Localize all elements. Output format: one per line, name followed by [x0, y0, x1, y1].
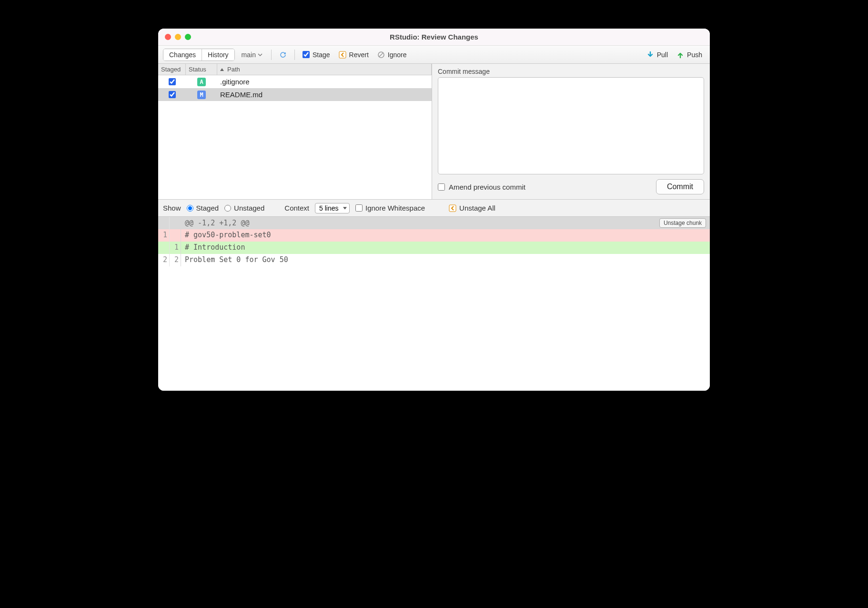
separator: [271, 50, 272, 60]
titlebar: RStudio: Review Changes: [158, 29, 710, 46]
ignore-whitespace-label: Ignore Whitespace: [365, 204, 425, 212]
new-lineno: 2: [170, 254, 181, 266]
tab-history[interactable]: History: [202, 49, 234, 61]
zoom-window-button[interactable]: [185, 34, 191, 40]
stage-label: Stage: [313, 51, 330, 59]
context-select-wrap: 5 lines: [315, 203, 350, 213]
pull-arrow-down-icon: [646, 51, 654, 59]
commit-message-label: Commit message: [438, 68, 704, 75]
middle-panes: Staged Status Path A.gitignoreMREADME.md…: [158, 64, 710, 200]
refresh-icon: [279, 51, 287, 59]
show-label: Show: [163, 204, 181, 212]
new-lineno: 1: [170, 242, 181, 254]
col-staged[interactable]: Staged: [158, 64, 186, 75]
ignore-button[interactable]: Ignore: [374, 50, 410, 60]
col-status[interactable]: Status: [186, 64, 217, 75]
file-path: .gitignore: [217, 78, 432, 86]
unstage-all-label: Unstage All: [459, 204, 495, 212]
col-path[interactable]: Path: [217, 64, 432, 75]
svg-rect-3: [449, 205, 456, 212]
show-staged-label: Staged: [196, 204, 219, 212]
revert-label: Revert: [349, 51, 369, 59]
revert-icon: [339, 51, 346, 59]
col-path-label: Path: [227, 66, 240, 73]
diff-text: # gov50-problem-set0: [181, 229, 710, 242]
diff-text: # Introduction: [181, 242, 710, 254]
diff-toolbar: Show Staged Unstaged Context 5 lines Ign…: [158, 200, 710, 217]
old-lineno: 2: [158, 254, 170, 266]
separator: [294, 50, 295, 60]
svg-line-2: [379, 53, 383, 57]
file-row[interactable]: MREADME.md: [158, 88, 432, 101]
file-row[interactable]: A.gitignore: [158, 75, 432, 88]
unstage-chunk-button[interactable]: Unstage chunk: [659, 218, 706, 228]
commit-message-input[interactable]: [438, 77, 704, 174]
diff-line[interactable]: 1# Introduction: [158, 242, 710, 254]
new-lineno: [170, 229, 181, 242]
diff-view: @@ -1,2 +1,2 @@Unstage chunk1# gov50-pro…: [158, 217, 710, 391]
sort-asc-icon: [220, 68, 224, 71]
staged-checkbox[interactable]: [169, 78, 176, 85]
diff-line[interactable]: 22Problem Set 0 for Gov 50: [158, 254, 710, 266]
toolbar: Changes History main Stage Revert Ignore…: [158, 46, 710, 64]
tab-changes[interactable]: Changes: [163, 49, 202, 61]
show-unstaged-radio[interactable]: Unstaged: [224, 204, 264, 212]
file-path: README.md: [217, 91, 432, 99]
pull-label: Pull: [657, 51, 668, 59]
revert-icon: [449, 204, 456, 212]
file-list-header: Staged Status Path: [158, 64, 432, 75]
review-changes-window: RStudio: Review Changes Changes History …: [158, 29, 710, 391]
stage-button[interactable]: Stage: [300, 50, 333, 60]
commit-pane: Commit message Amend previous commit Com…: [432, 64, 710, 199]
amend-checkbox[interactable]: [438, 183, 445, 191]
svg-rect-0: [339, 51, 346, 58]
chevron-down-icon: [258, 52, 262, 57]
file-list-pane: Staged Status Path A.gitignoreMREADME.md: [158, 64, 432, 199]
minimize-window-button[interactable]: [175, 34, 181, 40]
close-window-button[interactable]: [165, 34, 171, 40]
old-lineno: [158, 242, 170, 254]
amend-label: Amend previous commit: [449, 183, 525, 191]
stage-checkbox-icon: [303, 51, 310, 58]
hunk-text: @@ -1,2 +1,2 @@: [185, 219, 249, 227]
commit-button[interactable]: Commit: [656, 179, 704, 194]
show-staged-radio[interactable]: Staged: [187, 204, 219, 212]
push-label: Push: [687, 51, 702, 59]
branch-selector[interactable]: main: [238, 50, 266, 60]
file-list: A.gitignoreMREADME.md: [158, 75, 432, 199]
branch-label: main: [242, 51, 256, 59]
revert-button[interactable]: Revert: [336, 50, 372, 60]
diff-text: Problem Set 0 for Gov 50: [181, 254, 710, 266]
show-unstaged-label: Unstaged: [234, 204, 264, 212]
staged-checkbox[interactable]: [169, 91, 176, 98]
status-badge: M: [197, 91, 206, 99]
ignore-label: Ignore: [388, 51, 407, 59]
ignore-icon: [377, 51, 385, 59]
refresh-button[interactable]: [276, 50, 290, 60]
old-lineno: 1: [158, 229, 170, 242]
diff-hunk-header: @@ -1,2 +1,2 @@Unstage chunk: [158, 217, 710, 229]
context-select[interactable]: 5 lines: [315, 203, 350, 213]
push-button[interactable]: Push: [674, 50, 705, 60]
context-label: Context: [284, 204, 309, 212]
unstage-all-button[interactable]: Unstage All: [446, 203, 498, 213]
window-title: RStudio: Review Changes: [158, 33, 710, 41]
ignore-whitespace-checkbox[interactable]: Ignore Whitespace: [355, 204, 425, 212]
diff-line[interactable]: 1# gov50-problem-set0: [158, 229, 710, 242]
pull-button[interactable]: Pull: [644, 50, 671, 60]
push-arrow-up-icon: [676, 51, 684, 59]
view-switcher: Changes History: [163, 49, 235, 61]
amend-checkbox-row[interactable]: Amend previous commit: [438, 183, 525, 191]
status-badge: A: [197, 78, 206, 86]
window-controls: [165, 34, 191, 40]
